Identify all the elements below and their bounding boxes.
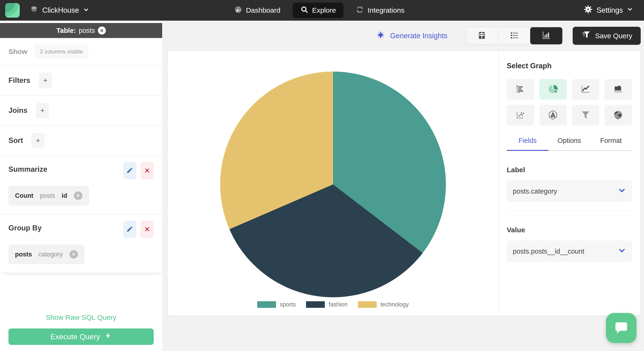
generate-insights-label: Generate Insights: [390, 32, 448, 40]
view-toggle-group: [466, 27, 563, 45]
pencil-icon: [126, 226, 133, 233]
scatter-plot-button[interactable]: [507, 105, 534, 126]
remove-summarize-chip-button[interactable]: ✕: [74, 192, 82, 200]
label-field-select[interactable]: posts.category: [507, 180, 632, 202]
table-header: Table: posts ✕: [0, 23, 162, 38]
results-toolbar: Generate Insights Save Query: [162, 21, 644, 51]
nav-item-integrations[interactable]: Integrations: [350, 2, 410, 18]
table-view-button[interactable]: [466, 27, 498, 44]
label-field-value: posts.category: [513, 188, 557, 195]
line-chart-icon: [580, 84, 591, 95]
database-selector[interactable]: ClickHouse: [30, 6, 90, 15]
chart-view-button[interactable]: [530, 27, 562, 44]
legend-label: technology: [380, 301, 409, 308]
nav-item-explore[interactable]: Explore: [293, 2, 344, 18]
execute-query-button[interactable]: Execute Query: [8, 328, 154, 345]
table-icon: [477, 30, 487, 41]
sort-section: Sort +: [0, 126, 162, 156]
legend-swatch: [257, 301, 276, 308]
graph-settings-panel: Select Graph: [499, 51, 640, 316]
app-logo-icon: [5, 3, 20, 18]
gear-icon: [584, 5, 593, 16]
chip-column-name: category: [38, 251, 63, 258]
sparkle-icon: [376, 30, 385, 42]
radar-chart-icon: [548, 110, 558, 121]
legend-item[interactable]: technology: [358, 301, 409, 308]
chart-legend: sportsfashiontechnology: [257, 301, 409, 308]
group-by-chip[interactable]: posts category ✕: [8, 244, 84, 264]
chip-table-name: posts: [40, 192, 55, 200]
bar-chart-horizontal-button[interactable]: [507, 79, 534, 100]
tab-options[interactable]: Options: [548, 137, 590, 150]
chart-area: sportsfashiontechnology: [168, 51, 499, 316]
scatter-plot-icon: [515, 110, 526, 121]
joins-label: Joins: [8, 106, 28, 115]
globe-chart-button[interactable]: [604, 105, 632, 126]
list-view-button[interactable]: [498, 27, 530, 44]
joins-section: Joins +: [0, 96, 162, 126]
tab-format[interactable]: Format: [590, 137, 632, 150]
chip-column-name: id: [62, 192, 67, 200]
remove-table-button[interactable]: ✕: [98, 26, 106, 34]
tab-fields[interactable]: Fields: [507, 137, 548, 150]
legend-swatch: [306, 301, 325, 308]
chat-bubble-icon: [614, 320, 629, 336]
legend-item[interactable]: fashion: [306, 301, 348, 308]
top-nav: ClickHouse Dashboard Explore Integration…: [0, 0, 644, 21]
globe-chart-icon: [613, 110, 624, 121]
value-field-heading: Value: [507, 226, 632, 234]
pie-chart: [220, 72, 446, 297]
pie-chart-button[interactable]: [539, 79, 567, 100]
pencil-icon: [126, 167, 133, 174]
nav-item-label: Explore: [312, 6, 336, 14]
delete-summarize-button[interactable]: ✕: [140, 162, 154, 179]
settings-menu[interactable]: Settings: [584, 5, 633, 16]
save-query-label: Save Query: [595, 32, 632, 40]
results-card: sportsfashiontechnology Select Graph: [168, 51, 640, 316]
execute-query-label: Execute Query: [50, 332, 100, 341]
show-raw-sql-link[interactable]: Show Raw SQL Query: [0, 314, 162, 322]
columns-visible-chip[interactable]: 2 columns visible: [34, 44, 88, 59]
edit-summarize-button[interactable]: [123, 162, 136, 179]
add-join-button[interactable]: +: [36, 103, 49, 118]
label-field-heading: Label: [507, 166, 632, 174]
dashboard-icon: [234, 6, 242, 16]
graph-type-grid: [507, 79, 632, 126]
list-icon: [509, 30, 520, 41]
delete-group-by-button[interactable]: ✕: [140, 220, 154, 238]
generate-insights-button[interactable]: Generate Insights: [376, 30, 448, 42]
line-chart-button[interactable]: [572, 79, 600, 100]
area-chart-button[interactable]: [604, 79, 632, 100]
remove-group-by-chip-button[interactable]: ✕: [70, 250, 78, 258]
value-field-select[interactable]: posts.posts__id__count: [507, 240, 632, 262]
summarize-section: Summarize ✕ Count posts id ✕: [0, 156, 162, 214]
group-by-label: Group By: [8, 220, 42, 232]
add-sort-button[interactable]: +: [32, 133, 44, 148]
filters-label: Filters: [8, 76, 30, 85]
chat-widget-button[interactable]: [606, 313, 636, 343]
funnel-icon: [581, 30, 590, 41]
legend-label: sports: [280, 301, 296, 308]
table-header-prefix: Table:: [56, 27, 76, 34]
legend-item[interactable]: sports: [257, 301, 296, 308]
aggregate-name: Count: [15, 192, 33, 200]
add-filter-button[interactable]: +: [39, 73, 52, 88]
query-builder-sidebar: Table: posts ✕ Show 2 columns visible Fi…: [0, 21, 162, 351]
legend-label: fashion: [328, 301, 348, 308]
save-query-button[interactable]: Save Query: [573, 27, 641, 45]
edit-group-by-button[interactable]: [123, 220, 136, 238]
select-graph-title: Select Graph: [507, 62, 632, 70]
nav-item-label: Dashboard: [246, 6, 280, 14]
sort-label: Sort: [8, 136, 23, 145]
panel-divider: [507, 210, 632, 211]
summarize-chip[interactable]: Count posts id ✕: [8, 186, 89, 206]
graph-settings-tabs: Fields Options Format: [507, 137, 632, 151]
chevron-down-icon: [627, 6, 633, 14]
pie-chart-icon: [548, 84, 558, 95]
nav-item-dashboard[interactable]: Dashboard: [228, 2, 286, 18]
settings-label: Settings: [596, 6, 623, 14]
funnel-chart-button[interactable]: [572, 105, 600, 126]
funnel-chart-icon: [580, 110, 591, 121]
radar-chart-button[interactable]: [539, 105, 567, 126]
chevron-down-icon: [83, 6, 90, 14]
